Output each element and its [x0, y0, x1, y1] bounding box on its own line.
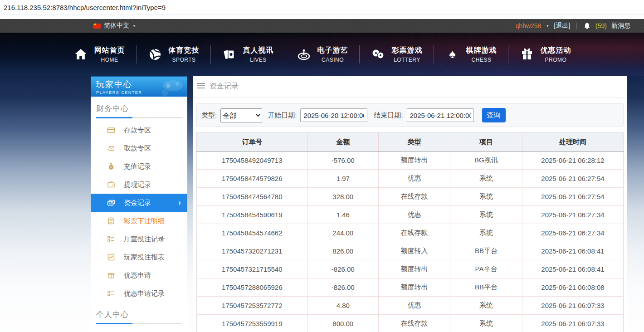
nav-item-chess[interactable]: ♠ 棋牌游戏 CHESS — [434, 46, 508, 63]
nav-item-sports[interactable]: 体育竞技 SPORTS — [137, 46, 210, 63]
url-text[interactable]: 216.118.235.52:8783/hhcp/usercenter.html… — [4, 4, 166, 11]
sidebar-item-lottery-bet-detail[interactable]: 彩票下注明细 — [91, 212, 187, 230]
cell-type: 优惠 — [378, 297, 450, 315]
sidebar-header: 玩家中心 PLAYERS CENTER — [91, 76, 187, 97]
sidebar-item-funds-record[interactable]: 资金记录 › — [91, 194, 187, 212]
sidebar-item-label: 取款专区 — [124, 144, 151, 153]
bank-card-icon — [107, 126, 115, 134]
search-button[interactable]: 查询 — [482, 108, 506, 122]
document-icon — [107, 217, 115, 225]
table-header-row: 订单号 金额 类型 项目 处理时间 — [197, 133, 624, 151]
gift-box-icon — [107, 271, 115, 279]
col-amount: 金额 — [307, 133, 378, 151]
cell-type: 优惠 — [378, 206, 450, 224]
sidebar-item-label: 充值记录 — [124, 162, 151, 171]
cell-process-time: 2025-06-21 06:08:41 — [522, 242, 623, 260]
table-row: 1750458454590619 1.46 优惠 系统 2025-06-21 0… — [197, 206, 624, 224]
nav-item-casino[interactable]: 电子游艺 CASINO — [285, 46, 359, 63]
table-row: 1750457321715540 -826.00 额度转出 PA平台 2025-… — [197, 260, 624, 278]
sidebar-item-promo-apply[interactable]: 优惠申请 — [91, 266, 187, 284]
nav-label: 体育竞技 SPORTS — [169, 46, 200, 63]
playing-cards-icon — [222, 47, 237, 62]
cell-amount: 826.00 — [307, 242, 378, 260]
home-icon — [73, 47, 88, 62]
cell-type: 额度转出 — [378, 151, 450, 170]
browser-url-bar[interactable]: 216.118.235.52:8783/hhcp/usercenter.html… — [0, 0, 644, 15]
cell-amount: 328.00 — [307, 188, 378, 206]
topbar: 简体中文 ▼ qhhw258 ▼ [退出] (59) 新消息 — [0, 19, 644, 33]
cell-amount: 800.00 — [307, 315, 378, 332]
col-type: 类型 — [378, 133, 450, 151]
nav-label: 电子游艺 CASINO — [317, 46, 348, 63]
cell-project: BB平台 — [450, 278, 522, 297]
sidebar-item-label: 彩票下注明细 — [124, 217, 165, 225]
sidebar-item-player-bet-report[interactable]: 玩家投注报表 — [91, 248, 187, 266]
cell-type: 在线存款 — [378, 224, 450, 242]
sidebar-item-hall-bet-record[interactable]: 厅室投注记录 — [91, 230, 187, 248]
start-date-input[interactable] — [300, 108, 367, 122]
cell-process-time: 2025-06-21 06:28:12 — [522, 151, 623, 170]
page-background: 网站首页 HOME 体育竞技 SPORTS 真人 — [0, 33, 644, 332]
bell-icon[interactable] — [583, 22, 591, 30]
cell-order-id: 1750458454574662 — [197, 224, 308, 242]
spade-icon: ♠ — [445, 47, 460, 62]
cell-project: BG视讯 — [450, 151, 522, 170]
cell-order-id: 1750457321715540 — [197, 260, 308, 278]
chart-report-icon — [107, 253, 115, 261]
sidebar-item-recharge-record[interactable]: ¥ 充值记录 — [91, 157, 187, 176]
chevron-down-icon: ▼ — [132, 24, 136, 28]
menu-hamburger-icon — [197, 83, 205, 91]
language-selector[interactable]: 简体中文 ▼ — [93, 22, 136, 30]
section-finance-center: 财务中心 — [91, 97, 187, 117]
main-nav: 网站首页 HOME 体育竞技 SPORTS 真人 — [0, 33, 644, 76]
cell-order-id: 1750458474579826 — [197, 170, 308, 188]
sidebar-item-partial[interactable] — [91, 327, 187, 332]
nav-item-lottery[interactable]: 彩票游戏 LOTTERY — [360, 46, 434, 63]
cell-order-id: 1750457253572772 — [197, 297, 308, 315]
logout-button[interactable]: [退出] — [554, 22, 570, 30]
nav-item-lives[interactable]: 真人视讯 LIVES — [211, 46, 285, 63]
funds-record-table: 订单号 金额 类型 项目 处理时间 1750458492049713 -576.… — [196, 132, 624, 332]
nav-item-promo[interactable]: 优惠活动 PROMO — [508, 46, 582, 63]
cell-project: 系统 — [450, 297, 522, 315]
sidebar-item-deposit[interactable]: 存款专区 — [91, 121, 187, 139]
end-date-input[interactable] — [407, 108, 474, 122]
col-project: 项目 — [450, 133, 522, 151]
sidebar-item-promo-apply-record[interactable]: 优惠申请记录 — [91, 284, 187, 303]
type-select[interactable]: 全部 — [220, 108, 262, 122]
section-personal-center: 个人中心 — [91, 303, 187, 323]
cell-process-time: 2025-06-21 06:07:33 — [522, 315, 623, 332]
sidebar-item-withdrawal-record[interactable]: 提现记录 — [91, 176, 187, 194]
hand-money-icon — [107, 144, 115, 152]
cell-amount: 244.00 — [307, 224, 378, 242]
message-count[interactable]: (59) — [595, 22, 607, 29]
list-icon — [107, 289, 115, 298]
sidebar-item-label: 优惠申请 — [124, 271, 151, 280]
chevron-down-icon[interactable]: ▼ — [546, 24, 549, 28]
cell-process-time: 2025-06-21 06:08:41 — [522, 260, 623, 278]
filter-panel: 类型: 全部 开始日期: 结束日期: 查询 — [196, 103, 624, 127]
cell-process-time: 2025-06-21 06:27:54 — [522, 188, 623, 206]
col-order-id: 订单号 — [197, 133, 308, 151]
cell-order-id: 1750458492049713 — [197, 151, 308, 170]
col-process-time: 处理时间 — [522, 133, 623, 151]
sports-ball-icon — [147, 47, 163, 62]
cell-amount: -576.00 — [307, 151, 378, 170]
sidebar-body: 财务中心 存款专区 取款专区 — [91, 97, 187, 332]
start-date-label: 开始日期: — [268, 111, 297, 120]
sidebar-item-withdraw[interactable]: 取款专区 — [91, 139, 187, 157]
screen: 216.118.235.52:8783/hhcp/usercenter.html… — [0, 0, 644, 332]
roulette-icon — [296, 47, 312, 62]
cell-project: 系统 — [450, 224, 522, 242]
browser-chrome-gap — [0, 15, 644, 19]
new-messages-link[interactable]: 新消息 — [611, 22, 630, 30]
nav-item-home[interactable]: 网站首页 HOME — [62, 46, 136, 63]
cell-project: 系统 — [450, 188, 522, 206]
wallet-icon — [107, 181, 115, 189]
sidebar-item-label: 优惠申请记录 — [124, 289, 165, 298]
nav-label: 棋牌游戏 CHESS — [466, 46, 497, 63]
cell-type: 在线存款 — [378, 188, 450, 206]
money-bag-icon: ¥ — [107, 162, 115, 171]
gift-icon — [519, 47, 535, 62]
username-link[interactable]: qhhw258 — [516, 22, 542, 29]
